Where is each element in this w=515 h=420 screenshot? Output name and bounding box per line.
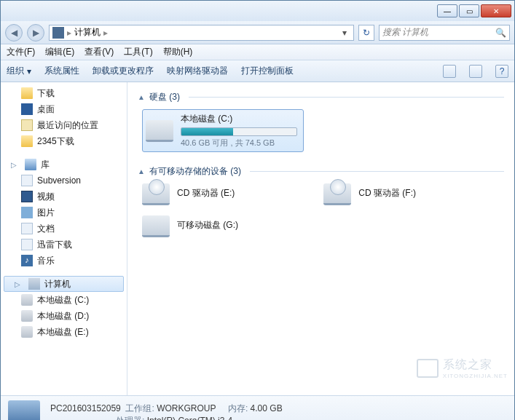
search-icon: 🔍: [495, 28, 506, 38]
group-label: 硬盘 (3): [149, 91, 180, 103]
drive-item-c[interactable]: 本地磁盘 (C:) 40.6 GB 可用 , 共 74.5 GB: [142, 109, 304, 152]
address-dropdown-icon[interactable]: ▾: [339, 28, 350, 38]
group-header-removable[interactable]: ▲ 有可移动存储的设备 (3): [138, 165, 504, 178]
minimize-button[interactable]: —: [437, 4, 457, 17]
content-area: ▲ 硬盘 (3) 本地磁盘 (C:) 40.6 GB 可用 , 共 74.5 G…: [127, 82, 514, 395]
drive-label: CD 驱动器 (F:): [358, 187, 484, 199]
menu-bar: 文件(F) 编辑(E) 查看(V) 工具(T) 帮助(H): [1, 44, 514, 60]
preview-pane-icon[interactable]: [469, 65, 482, 78]
tree-label: 本地磁盘 (C:): [37, 294, 89, 306]
control-panel-button[interactable]: 打开控制面板: [241, 65, 294, 77]
forward-button[interactable]: ▶: [27, 24, 44, 41]
map-drive-button[interactable]: 映射网络驱动器: [167, 65, 228, 77]
capacity-bar: [181, 127, 297, 136]
sidebar-item-recent[interactable]: 最近访问的位置: [1, 117, 127, 133]
divider: [189, 97, 504, 98]
folder-icon: [21, 135, 33, 147]
drive-icon: [21, 310, 33, 322]
search-input[interactable]: 搜索 计算机 🔍: [379, 25, 510, 41]
sidebar-item-thunder[interactable]: 迅雷下载: [1, 237, 127, 253]
desktop-icon: [21, 103, 33, 115]
sidebar-item-music[interactable]: ♪音乐: [1, 253, 127, 269]
menu-edit[interactable]: 编辑(E): [45, 46, 74, 58]
sidebar-item-computer[interactable]: ▷计算机: [4, 276, 124, 292]
workgroup-value: WORKGROUP: [157, 403, 216, 413]
view-options-icon[interactable]: [443, 65, 456, 78]
tree-label: 本地磁盘 (D:): [37, 310, 89, 322]
status-bar: PC201603152059 工作组: WORKGROUP 内存: 4.00 G…: [1, 395, 514, 420]
drive-icon: [21, 294, 33, 306]
drive-icon: [21, 326, 33, 338]
sidebar-item-downloads[interactable]: 下载: [1, 85, 127, 101]
cpu-value: Intel(R) Core(TM) i3-4...: [147, 416, 240, 421]
status-info: PC201603152059 工作组: WORKGROUP 内存: 4.00 G…: [50, 403, 283, 421]
sidebar-item-pictures[interactable]: 图片: [1, 205, 127, 221]
sidebar-item-libraries[interactable]: ▷库: [1, 156, 127, 173]
breadcrumb-sep-icon: ▸: [103, 28, 108, 38]
tree-label: Subversion: [37, 175, 81, 186]
tree-label: 本地磁盘 (E:): [37, 326, 89, 338]
tree-label: 图片: [37, 207, 55, 219]
computer-large-icon: [8, 400, 40, 421]
memory-value: 4.00 GB: [251, 403, 283, 413]
sidebar-item-drive-d[interactable]: 本地磁盘 (D:): [1, 308, 127, 324]
drive-item-removable-g[interactable]: 可移动磁盘 (G:): [142, 215, 302, 237]
organize-button[interactable]: 组织 ▾: [7, 65, 31, 77]
memory-label: 内存:: [228, 403, 248, 413]
computer-icon: [52, 27, 64, 39]
tree-label: 桌面: [37, 103, 55, 116]
cd-drive-icon: [142, 183, 170, 205]
computer-name: PC201603152059: [50, 403, 121, 413]
collapse-icon: ▲: [138, 167, 145, 175]
file-icon: [21, 239, 33, 250]
maximize-button[interactable]: ▭: [459, 4, 479, 17]
tree-label: 视频: [37, 191, 55, 203]
sidebar-item-subversion[interactable]: Subversion: [1, 173, 127, 189]
drive-item-cd-f[interactable]: CD 驱动器 (F:): [323, 183, 484, 205]
sidebar-item-documents[interactable]: 文档: [1, 221, 127, 237]
menu-help[interactable]: 帮助(H): [163, 46, 193, 58]
recent-icon: [21, 119, 33, 131]
document-icon: [21, 223, 33, 234]
drive-item-cd-e[interactable]: CD 驱动器 (E:): [142, 183, 302, 205]
tree-label: 计算机: [44, 278, 71, 290]
back-button[interactable]: ◀: [5, 24, 23, 41]
menu-view[interactable]: 查看(V): [84, 46, 114, 58]
picture-icon: [21, 207, 33, 218]
expand-icon[interactable]: ▷: [11, 161, 19, 169]
watermark: 系统之家 XITONGZHIJIA.NET: [417, 357, 508, 379]
titlebar: — ▭ ✕: [1, 1, 514, 21]
file-icon: [21, 175, 33, 186]
tree-label: 下载: [37, 87, 55, 100]
drive-label: 本地磁盘 (C:): [181, 113, 300, 125]
menu-tools[interactable]: 工具(T): [124, 46, 152, 58]
help-icon[interactable]: ?: [495, 65, 508, 78]
group-header-hdd[interactable]: ▲ 硬盘 (3): [138, 91, 504, 103]
sidebar-item-desktop[interactable]: 桌面: [1, 101, 127, 117]
tree-label: 音乐: [37, 255, 55, 267]
video-icon: [21, 191, 33, 202]
removable-drive-icon: [142, 215, 170, 237]
expand-icon[interactable]: ▷: [15, 280, 23, 288]
folder-icon: [21, 87, 33, 99]
breadcrumb-sep-icon: ▸: [67, 28, 71, 38]
tree-label: 文档: [37, 223, 55, 235]
address-bar[interactable]: ▸ 计算机 ▸ ▾: [49, 25, 354, 41]
sidebar-item-2345[interactable]: 2345下载: [1, 133, 127, 149]
close-button[interactable]: ✕: [481, 4, 511, 17]
system-properties-button[interactable]: 系统属性: [44, 65, 79, 77]
nav-bar: ◀ ▶ ▸ 计算机 ▸ ▾ ↻ 搜索 计算机 🔍: [1, 21, 514, 44]
toolbar: 组织 ▾ 系统属性 卸载或更改程序 映射网络驱动器 打开控制面板 ?: [1, 60, 514, 82]
computer-icon: [28, 278, 40, 290]
collapse-icon: ▲: [138, 93, 145, 101]
sidebar-item-videos[interactable]: 视频: [1, 189, 127, 205]
cd-drive-icon: [323, 183, 351, 205]
drive-label: 可移动磁盘 (G:): [177, 219, 302, 231]
capacity-text: 40.6 GB 可用 , 共 74.5 GB: [181, 138, 300, 148]
menu-file[interactable]: 文件(F): [7, 46, 35, 58]
sidebar-item-drive-e[interactable]: 本地磁盘 (E:): [1, 324, 127, 340]
organize-label: 组织: [7, 65, 24, 77]
sidebar-item-drive-c[interactable]: 本地磁盘 (C:): [1, 292, 127, 308]
refresh-button[interactable]: ↻: [358, 25, 374, 41]
uninstall-button[interactable]: 卸载或更改程序: [93, 65, 154, 77]
